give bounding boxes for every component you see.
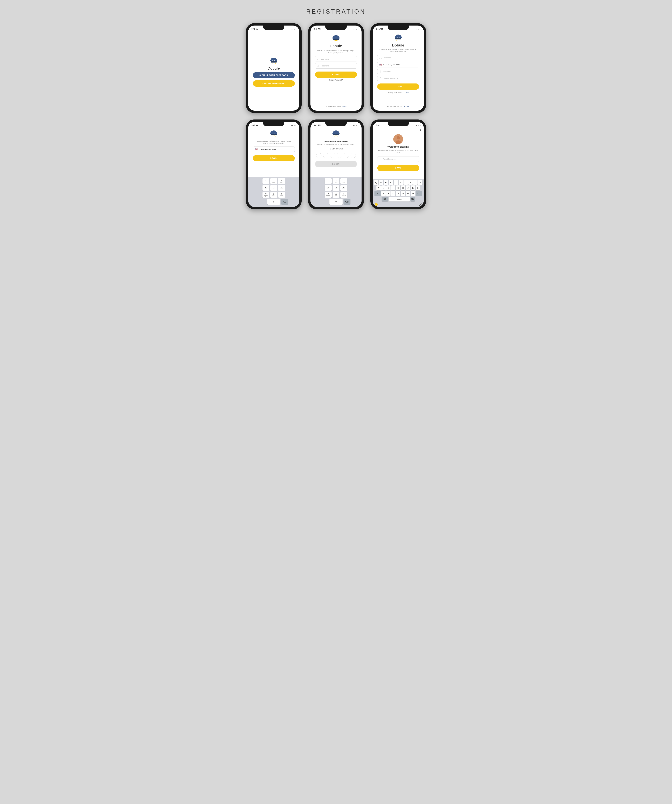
qw-key-y[interactable]: Y [399, 180, 403, 185]
signup-link-2[interactable]: Sign up [342, 106, 347, 107]
login-button-3[interactable]: LOGIN [377, 83, 419, 90]
svg-rect-9 [333, 39, 339, 40]
menu-button-6[interactable]: ≡ [420, 129, 421, 132]
qw-key-i[interactable]: I [409, 180, 413, 185]
kb-row-3: 7PQRS 8TUV 9WXYZ [249, 192, 299, 198]
username-field-3[interactable]: Username [377, 55, 419, 60]
signal-icon-5: ▪▪▪ [353, 124, 355, 126]
qw-key-shift[interactable]: ⇧ [374, 191, 381, 196]
reset-password-field-6[interactable]: Reset Password [377, 156, 419, 162]
battery-icon-5: ▪ [358, 124, 358, 126]
notch-3 [388, 26, 409, 30]
username-placeholder-3: Username [383, 57, 417, 59]
phone-field-3[interactable]: 🇺🇸 ▼ +1 (612) 397-8483 [377, 62, 419, 67]
kb-key-5-0[interactable]: 0 [329, 199, 343, 204]
kb-key-4[interactable]: 4GHI [262, 185, 269, 191]
qw-key-w[interactable]: W [379, 180, 383, 185]
qw-key-space[interactable]: space [389, 196, 410, 201]
qw-key-k[interactable]: K [411, 185, 415, 190]
kb-key-0[interactable]: 0 [267, 199, 280, 204]
wifi-icon-3: ≋ [418, 28, 419, 30]
qw-key-f[interactable]: F [391, 185, 396, 190]
svg-rect-26 [271, 134, 277, 136]
login-button-4[interactable]: LOGIN [253, 155, 295, 162]
svg-point-18 [397, 37, 398, 38]
qw-key-123[interactable]: 123 [382, 196, 388, 201]
kb-key-5-3[interactable]: 3DEF [340, 178, 347, 184]
kb-key-3[interactable]: 3DEF [278, 178, 285, 184]
username-field-2[interactable]: Username [315, 56, 357, 62]
signup-email-button[interactable]: SIGN UP WITH EMAIL [253, 80, 295, 87]
kb-key-5-delete[interactable]: ⌫ [343, 199, 350, 204]
avatar-image-6 [393, 134, 403, 144]
kb-key-6[interactable]: 6MNO [278, 185, 285, 191]
otp-dot-1[interactable] [316, 153, 321, 158]
emoji-icon[interactable]: 🙂 [374, 203, 378, 206]
phone-field-4[interactable]: 🇺🇸 ▼ +1 (612) 397-8483 [253, 147, 295, 152]
otp-dot-5[interactable] [344, 153, 349, 158]
qw-key-v[interactable]: V [396, 191, 401, 196]
qw-key-go[interactable]: Go [410, 196, 415, 201]
kb-key-5-9[interactable]: 9WXYZ [340, 192, 347, 198]
qw-key-e[interactable]: E [384, 180, 388, 185]
qw-key-o[interactable]: O [413, 180, 417, 185]
qw-key-u[interactable]: U [404, 180, 408, 185]
kb-key-5-4[interactable]: 4GHI [325, 185, 332, 191]
qw-key-j[interactable]: J [406, 185, 410, 190]
qw-key-z[interactable]: Z [381, 191, 386, 196]
qw-key-h[interactable]: H [401, 185, 405, 190]
kb-key-8[interactable]: 8TUV [270, 192, 277, 198]
qw-key-m[interactable]: M [411, 191, 415, 196]
qw-key-backspace[interactable]: ⌫ [416, 191, 422, 196]
svg-point-10 [335, 38, 335, 38]
qw-key-x[interactable]: X [386, 191, 391, 196]
qw-key-d[interactable]: D [386, 185, 391, 190]
mic-icon[interactable]: 🎤 [419, 203, 422, 206]
kb-key-5-6[interactable]: 6MNO [340, 185, 347, 191]
qw-key-s[interactable]: S [381, 185, 386, 190]
signup-facebook-button[interactable]: SIGN UP WITH FACEBOOK [253, 72, 295, 78]
qw-key-t[interactable]: T [394, 180, 398, 185]
qw-key-q[interactable]: Q [374, 180, 378, 185]
battery-icon-4: ▪ [295, 124, 296, 126]
kb-key-5-8[interactable]: 8TUV [333, 192, 339, 198]
kb-key-5[interactable]: 5JKL [270, 185, 277, 191]
qw-key-c[interactable]: C [391, 191, 396, 196]
kb-key-7[interactable]: 7PQRS [262, 192, 269, 198]
subtitle-5: Curabitur sit amet massa nunc. Fusce at … [316, 144, 356, 145]
phone-3-screen: 9:41 AM ▪▪▪ ≋ ▪ [373, 26, 424, 111]
confirm-password-field-3[interactable]: Confirm Password [377, 76, 419, 81]
password-field-3[interactable]: Password [377, 69, 419, 74]
qw-key-p[interactable]: P [418, 180, 422, 185]
qw-key-r[interactable]: R [389, 180, 393, 185]
kb-key-5-1[interactable]: 1 [325, 178, 332, 184]
otp-dot-6[interactable] [351, 153, 356, 158]
svg-point-27 [273, 133, 273, 134]
kb-key-2[interactable]: 2ABC [270, 178, 277, 184]
password-field-2[interactable]: Password [315, 63, 357, 69]
phone-1: 9:41 AM ▪▪▪ ≋ ▪ [246, 23, 302, 113]
otp-dot-2[interactable] [323, 153, 328, 158]
otp-dot-3[interactable] [330, 153, 335, 158]
login-button-2[interactable]: LOGIN [315, 72, 357, 78]
app-logo-4 [269, 130, 278, 139]
kb-key-5-5[interactable]: 5JKL [333, 185, 339, 191]
kb-key-5-2[interactable]: 2ABC [333, 178, 339, 184]
welcome-desc-6: Enter your new password and then click o… [377, 149, 419, 154]
kb-key-5-7[interactable]: 7PQRS [325, 192, 332, 198]
login-link-3[interactable]: Login [405, 92, 409, 93]
qw-key-l[interactable]: L [416, 185, 420, 190]
kb-key-9[interactable]: 9WXYZ [278, 192, 285, 198]
save-button-6[interactable]: SAVE [377, 165, 419, 171]
qw-key-g[interactable]: G [396, 185, 401, 190]
qw-key-a[interactable]: A [376, 185, 381, 190]
signup-link-3[interactable]: Sign up [404, 106, 409, 107]
login-button-5[interactable]: LOGIN [315, 161, 357, 167]
forgot-password-link-2[interactable]: Forgot Password? [329, 79, 343, 81]
back-button-6[interactable]: ← [375, 129, 378, 132]
qw-key-n[interactable]: N [406, 191, 410, 196]
kb-key-delete[interactable]: ⌫ [281, 199, 288, 204]
kb-key-1[interactable]: 1 [262, 178, 269, 184]
qw-key-b[interactable]: B [401, 191, 405, 196]
otp-dot-4[interactable] [337, 153, 342, 158]
